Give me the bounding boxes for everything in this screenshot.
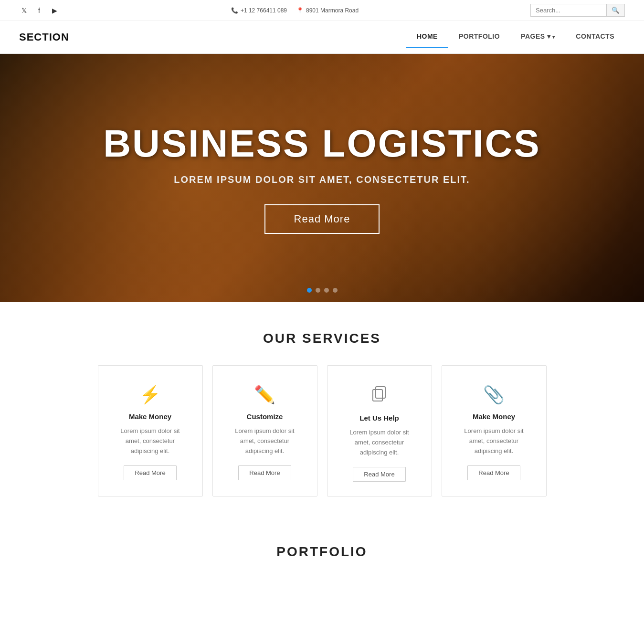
service-title-1: Make Money [113,412,188,421]
brand-logo[interactable]: SECTION [19,31,69,43]
hero-title: BUSINESS LOGISTICS [103,123,540,165]
service-desc-1: Lorem ipsum dolor sit amet, consectetur … [113,426,188,456]
nav-link-pages[interactable]: PAGES ▾ [510,26,565,48]
nav-link-contacts[interactable]: CONTACTS [565,26,625,48]
carousel-dot-1[interactable] [307,288,312,293]
service-desc-2: Lorem ipsum dolor sit amet, consectetur … [227,426,303,456]
service-readmore-3[interactable]: Read More [353,467,405,482]
edit-icon: ✏️ [227,385,303,405]
location-icon: 📍 [296,7,304,14]
search-form: 🔍 [530,4,625,17]
top-bar: 𝕏 f ▶ 📞 +1 12 766411 089 📍 8901 Marmora … [0,0,644,21]
svg-rect-0 [373,390,382,401]
service-title-2: Customize [227,412,303,421]
portfolio-section: PORTFOLIO [0,516,644,598]
nav-item-pages[interactable]: PAGES ▾ [510,26,565,48]
services-section: OUR SERVICES ⚡ Make Money Lorem ipsum do… [0,302,644,516]
service-desc-3: Lorem ipsum dolor sit amet, consectetur … [342,428,417,457]
address-contact: 📍 8901 Marmora Road [296,7,359,14]
nav-links: HOME PORTFOLIO PAGES ▾ CONTACTS [406,26,625,48]
service-title-4: Make Money [456,412,532,421]
service-title-3: Let Us Help [342,414,417,422]
nav-link-portfolio[interactable]: PORTFOLIO [448,26,510,48]
svg-rect-1 [376,387,385,398]
carousel-dot-3[interactable] [324,288,329,293]
social-links: 𝕏 f ▶ [19,6,59,15]
hero-section: BUSINESS LOGISTICS LOREM IPSUM DOLOR SIT… [0,54,644,302]
phone-number: +1 12 766411 089 [241,7,287,14]
service-card-3: Let Us Help Lorem ipsum dolor sit amet, … [327,365,432,496]
phone-contact: 📞 +1 12 766411 089 [231,7,287,14]
portfolio-title: PORTFOLIO [19,544,625,560]
twitter-icon[interactable]: 𝕏 [19,6,29,15]
carousel-dot-4[interactable] [333,288,338,293]
navbar: SECTION HOME PORTFOLIO PAGES ▾ CONTACTS [0,21,644,54]
paperclip-icon: 📎 [456,385,532,405]
facebook-icon[interactable]: f [34,6,44,15]
copy-icon [342,385,417,406]
service-desc-4: Lorem ipsum dolor sit amet, consectetur … [456,426,532,456]
carousel-dot-2[interactable] [316,288,320,293]
services-title: OUR SERVICES [19,331,625,346]
service-readmore-1[interactable]: Read More [124,465,176,480]
hero-subtitle: LOREM IPSUM DOLOR SIT AMET, CONSECTETUR … [103,174,540,185]
hero-cta-button[interactable]: Read More [264,204,380,234]
hero-content: BUSINESS LOGISTICS LOREM IPSUM DOLOR SIT… [103,123,540,234]
service-card-2: ✏️ Customize Lorem ipsum dolor sit amet,… [212,365,317,496]
nav-item-portfolio[interactable]: PORTFOLIO [448,26,510,48]
youtube-icon[interactable]: ▶ [50,6,59,15]
nav-item-contacts[interactable]: CONTACTS [565,26,625,48]
search-input[interactable] [530,4,607,17]
lightning-icon: ⚡ [113,385,188,405]
service-readmore-2[interactable]: Read More [238,465,291,480]
nav-item-home[interactable]: HOME [406,26,448,48]
contact-info: 📞 +1 12 766411 089 📍 8901 Marmora Road [231,7,359,14]
service-readmore-4[interactable]: Read More [467,465,520,480]
search-button[interactable]: 🔍 [607,4,625,17]
service-card-1: ⚡ Make Money Lorem ipsum dolor sit amet,… [98,365,203,496]
address-text: 8901 Marmora Road [306,7,359,14]
carousel-dots [307,288,338,293]
service-card-4: 📎 Make Money Lorem ipsum dolor sit amet,… [442,365,547,496]
phone-icon: 📞 [231,7,238,14]
nav-link-home[interactable]: HOME [406,26,448,48]
services-grid: ⚡ Make Money Lorem ipsum dolor sit amet,… [19,365,625,496]
